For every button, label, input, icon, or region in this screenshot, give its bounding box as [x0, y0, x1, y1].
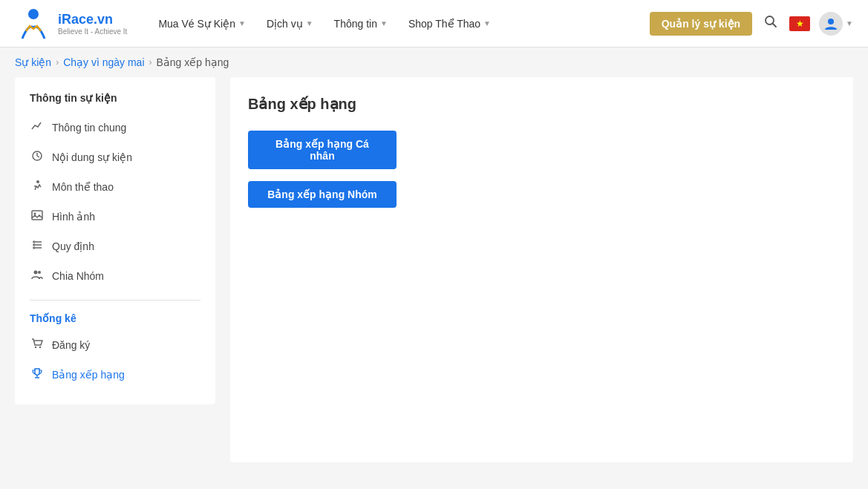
sidebar-item-label: Đăng ký: [52, 339, 90, 351]
chevron-down-icon: ▼: [238, 19, 246, 27]
svg-line-6: [37, 156, 39, 157]
language-flag[interactable]: ★: [789, 16, 810, 31]
svg-point-16: [38, 271, 41, 274]
user-icon: [823, 16, 838, 31]
sidebar-item-label: Quy định: [52, 240, 94, 252]
breadcrumb-separator: ›: [149, 57, 152, 68]
svg-line-2: [773, 24, 777, 27]
nav-item-buy-tickets[interactable]: Mua Vé Sự Kiện ▼: [149, 12, 255, 36]
logo-text: iRace.vn Believe It - Achieve It: [58, 12, 127, 36]
header-right: Quản lý sự kiện ★ ▼: [650, 12, 853, 36]
nav-item-info[interactable]: Thông tin ▼: [325, 12, 397, 36]
user-menu[interactable]: ▼: [819, 12, 853, 36]
sidebar-item-label: Hình ảnh: [52, 211, 95, 223]
sidebar-item-noi-dung[interactable]: Nội dung sự kiện: [15, 142, 215, 172]
rank-buttons-container: Bảng xếp hạng Cá nhân Bảng xếp hạng Nhóm: [248, 131, 835, 208]
logo-icon: [15, 5, 52, 42]
main-content: Bảng xếp hạng Bảng xếp hạng Cá nhân Bảng…: [230, 77, 853, 462]
breadcrumb: Sự kiện › Chạy vì ngày mai › Bảng xếp hạ…: [0, 47, 868, 77]
chevron-down-icon: ▼: [306, 19, 313, 27]
sidebar-item-dang-ky[interactable]: Đăng ký: [15, 330, 215, 360]
sidebar: Thông tin sự kiện Thông tin chung Nội du…: [15, 77, 215, 404]
chevron-down-icon: ▼: [846, 19, 853, 27]
logo-subtitle: Believe It - Achieve It: [58, 27, 127, 36]
breadcrumb-current: Bảng xếp hạng: [157, 56, 229, 68]
sidebar-item-bang-xep-hang[interactable]: Bảng xếp hạng: [15, 360, 215, 390]
btn-rank-group[interactable]: Bảng xếp hạng Nhóm: [248, 181, 397, 208]
flag-star-icon: ★: [796, 19, 804, 29]
sidebar-item-label: Môn thể thao: [52, 181, 114, 193]
sidebar-item-label: Thông tin chung: [52, 122, 126, 134]
clock-icon: [30, 150, 45, 165]
sidebar-item-quy-dinh[interactable]: Quy định: [15, 232, 215, 261]
svg-point-3: [828, 19, 834, 24]
trophy-icon: [30, 367, 45, 382]
avatar: [819, 12, 843, 36]
logo-title: iRace.vn: [58, 12, 127, 27]
btn-rank-individual[interactable]: Bảng xếp hạng Cá nhân: [248, 131, 397, 169]
svg-point-0: [28, 9, 39, 19]
svg-point-18: [39, 347, 41, 348]
sports-icon: [30, 180, 45, 194]
sidebar-item-label: Bảng xếp hạng: [52, 369, 125, 381]
image-icon: [30, 209, 45, 224]
breadcrumb-chay-vi-ngay-mai[interactable]: Chạy vì ngày mai: [63, 56, 144, 68]
sidebar-item-label: Chia Nhóm: [52, 270, 104, 282]
sidebar-item-chia-nhom[interactable]: Chia Nhóm: [15, 261, 215, 291]
rules-icon: [30, 239, 45, 254]
manage-event-button[interactable]: Quản lý sự kiện: [650, 12, 752, 36]
breadcrumb-su-kien[interactable]: Sự kiện: [15, 56, 51, 68]
nav-item-shop[interactable]: Shop Thể Thao ▼: [399, 12, 500, 36]
logo[interactable]: iRace.vn Believe It - Achieve It: [15, 5, 127, 42]
sidebar-item-mon-the-thao[interactable]: Môn thể thao: [15, 172, 215, 202]
sidebar-section1-title: Thông tin sự kiện: [15, 92, 215, 113]
svg-point-17: [35, 347, 36, 348]
sidebar-item-label: Nội dung sự kiện: [52, 151, 132, 163]
header: iRace.vn Believe It - Achieve It Mua Vé …: [0, 0, 868, 47]
svg-point-7: [36, 180, 39, 183]
sidebar-divider: [30, 300, 200, 301]
sidebar-section2-title: Thống kê: [15, 309, 215, 330]
group-icon: [30, 269, 45, 283]
chart-icon: [30, 120, 45, 135]
svg-rect-9: [32, 211, 42, 220]
sidebar-item-thong-tin-chung[interactable]: Thông tin chung: [15, 113, 215, 142]
cart-icon: [30, 338, 45, 352]
svg-point-15: [34, 271, 38, 275]
search-icon: [764, 15, 777, 28]
main-layout: Thông tin sự kiện Thông tin chung Nội du…: [0, 77, 868, 477]
chevron-down-icon: ▼: [483, 19, 491, 27]
chevron-down-icon: ▼: [380, 19, 388, 27]
nav-item-services[interactable]: Dịch vụ ▼: [258, 12, 322, 36]
page-title: Bảng xếp hạng: [248, 95, 835, 113]
sidebar-item-hinh-anh[interactable]: Hình ảnh: [15, 202, 215, 232]
main-nav: Mua Vé Sự Kiện ▼ Dịch vụ ▼ Thông tin ▼ S…: [149, 12, 649, 36]
breadcrumb-separator: ›: [56, 57, 59, 68]
search-button[interactable]: [761, 12, 780, 35]
